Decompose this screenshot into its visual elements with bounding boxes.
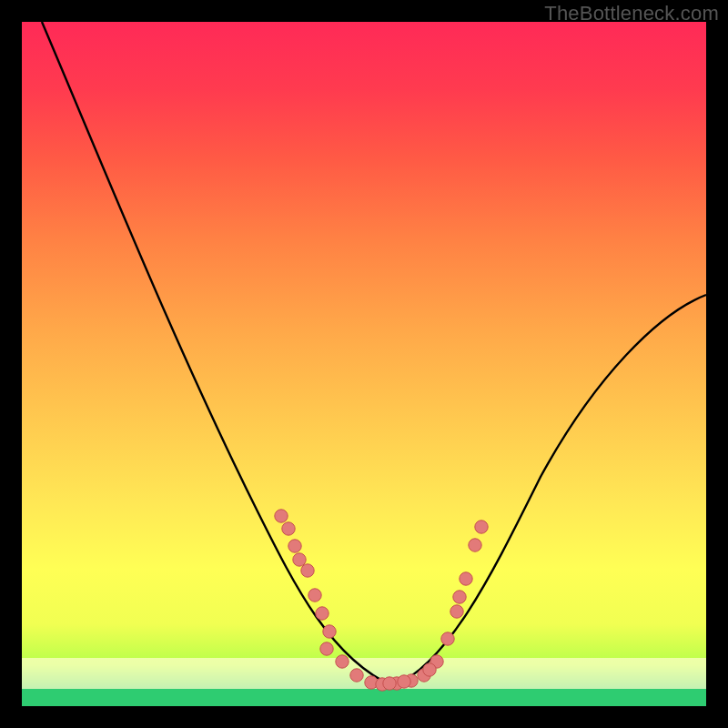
data-point <box>383 677 396 690</box>
data-point <box>308 589 321 602</box>
data-point <box>475 521 488 533</box>
data-point <box>423 663 436 676</box>
bottleneck-curve <box>42 22 706 686</box>
chart-frame <box>22 22 706 706</box>
data-point <box>323 625 336 638</box>
data-point <box>450 605 463 618</box>
data-point <box>301 564 314 577</box>
data-point <box>282 522 295 535</box>
data-point <box>441 632 454 645</box>
data-point <box>275 510 288 522</box>
data-point <box>316 607 329 620</box>
data-point <box>288 540 301 552</box>
bottleneck-curve-layer <box>22 22 706 706</box>
data-point <box>469 539 481 551</box>
data-point <box>453 591 466 603</box>
data-points-group <box>275 510 488 691</box>
data-point <box>336 655 349 668</box>
data-point <box>293 553 306 566</box>
data-point <box>320 642 333 655</box>
watermark-text: TheBottleneck.com <box>544 2 719 25</box>
data-point <box>398 675 410 688</box>
data-point <box>350 669 363 682</box>
data-point <box>460 572 472 585</box>
